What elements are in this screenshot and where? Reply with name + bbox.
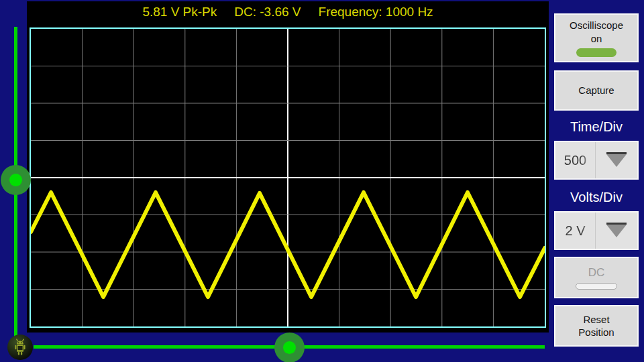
reset-button-label-line1: Reset xyxy=(583,313,609,326)
oscilloscope-toggle-label-line1: Oscilliscope xyxy=(570,19,623,32)
toggle-on-indicator xyxy=(576,48,616,57)
time-div-spinner-arrow[interactable] xyxy=(596,142,637,178)
frequency-readout: Frequency: 1000 Hz xyxy=(319,5,433,19)
pkpk-readout: 5.81 V Pk-Pk xyxy=(142,5,217,19)
dc-readout: DC: -3.66 V xyxy=(234,5,301,19)
chevron-down-icon xyxy=(606,225,627,237)
time-div-label: Time/Div xyxy=(551,119,641,135)
capture-button-label: Capture xyxy=(578,84,614,97)
oscilloscope-toggle-label-line2: on xyxy=(591,32,602,46)
reset-position-button[interactable]: Reset Position xyxy=(554,305,639,347)
capture-button[interactable]: Capture xyxy=(554,70,639,111)
android-icon-button[interactable] xyxy=(7,335,33,360)
vertical-position-slider-thumb-center[interactable] xyxy=(9,174,22,186)
measurement-bar: 5.81 V Pk-Pk DC: -3.66 V Frequency: 1000… xyxy=(27,1,549,23)
volts-div-spinner-value[interactable]: 2 V xyxy=(555,213,596,249)
dc-toggle-label: DC xyxy=(588,265,605,280)
oscilloscope-on-toggle-button[interactable]: Oscilliscope on xyxy=(554,13,639,62)
chevron-down-icon xyxy=(606,154,627,167)
horizontal-position-slider-thumb-center[interactable] xyxy=(283,341,296,354)
android-robot-icon xyxy=(12,339,28,356)
scope-grid-frame xyxy=(30,27,546,328)
volts-div-spinner[interactable]: 2 V xyxy=(554,211,639,250)
volts-div-label: Volts/Div xyxy=(551,190,641,205)
reset-button-label-line2: Position xyxy=(578,326,614,339)
dc-toggle-button[interactable]: DC xyxy=(554,257,639,298)
toggle-off-indicator xyxy=(576,283,617,290)
time-div-spinner-value[interactable]: 500 xyxy=(555,142,596,178)
time-div-spinner[interactable]: 500 xyxy=(554,141,639,180)
scope-waveform-plot xyxy=(31,29,545,326)
volts-div-spinner-arrow[interactable] xyxy=(596,213,637,249)
